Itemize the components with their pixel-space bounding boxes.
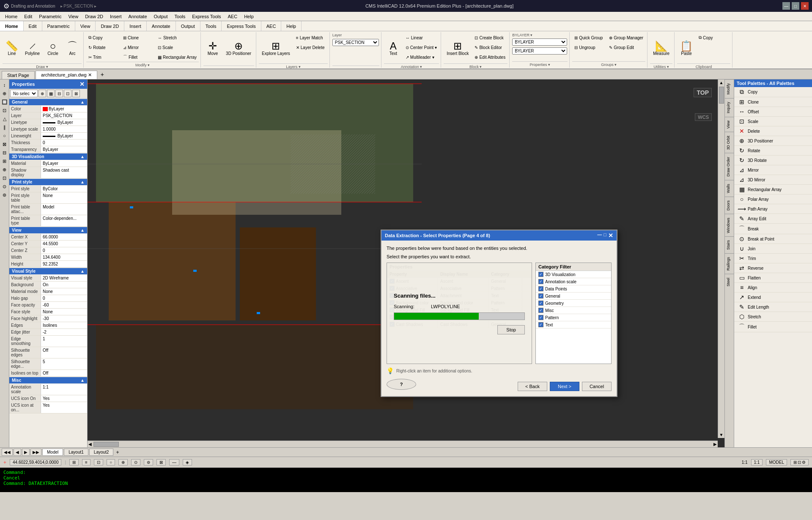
ribbon-tab-insert[interactable]: Insert [124, 21, 147, 31]
canvas-area[interactable]: TOP WCS Data Extraction - Select Propert… [88, 79, 724, 447]
ribbon-btn-ungroup[interactable]: ⊟ Ungroup [572, 43, 606, 52]
props-tool-5[interactable]: ⊠ [72, 90, 80, 97]
scroll-right-arrow[interactable]: ▶ [713, 441, 718, 447]
menu-home[interactable]: Home [2, 13, 21, 20]
scroll-down-arrow[interactable]: ▼ [719, 432, 724, 438]
tp-breakatpoint[interactable]: ⊙ Break at Point [734, 234, 812, 244]
props-tool-1[interactable]: ⊕ [38, 90, 46, 97]
checkbox-3dvis[interactable]: ✓ [538, 272, 543, 277]
settings-icon[interactable]: ⚙ [802, 460, 806, 465]
tp-3dmirror[interactable]: ⊿ 3D Mirror [734, 175, 812, 185]
left-icon-5[interactable]: △ [1, 115, 8, 123]
left-icon-4[interactable]: ⊡ [1, 107, 8, 114]
left-icon-11[interactable]: ⊕ [1, 166, 8, 173]
tp-copy[interactable]: ⧉ Copy [734, 87, 812, 97]
checkbox-geometry[interactable]: ✓ [538, 301, 543, 306]
snap-toggle[interactable]: ⊞ [69, 459, 79, 465]
tp-stretch[interactable]: ⬡ Stretch [734, 312, 812, 322]
doctab-add-button[interactable]: + [98, 70, 107, 79]
menu-view[interactable]: View [65, 13, 82, 20]
ribbon-btn-rect-array[interactable]: ▦ Rectangular Array [156, 52, 199, 62]
cancel-button[interactable]: Cancel [582, 382, 612, 391]
vtab-stairs[interactable]: Stairs [725, 236, 734, 253]
left-icon-2[interactable]: ⊕ [1, 90, 8, 97]
ribbon-btn-block-editor[interactable]: ✎ Block Editor [472, 43, 508, 52]
hardware-accel-icon[interactable]: ⊞ [793, 460, 797, 465]
vtab-view[interactable]: View [725, 117, 734, 132]
tp-join[interactable]: ∪ Join [734, 244, 812, 254]
vtab-steel[interactable]: Steel [725, 274, 734, 290]
checkbox-misc[interactable]: ✓ [538, 308, 543, 313]
doctab-start[interactable]: Start Page [2, 71, 35, 79]
tp-trim[interactable]: ✂ Trim [734, 254, 812, 263]
ribbon-tab-help[interactable]: Help [281, 21, 302, 31]
tp-reverse[interactable]: ⇄ Reverse [734, 263, 812, 273]
tp-delete[interactable]: ✕ Delete [734, 126, 812, 136]
lineweight-toggle[interactable]: — [169, 459, 179, 465]
ribbon-btn-quick-group[interactable]: ⊞ Quick Group [572, 33, 606, 42]
close-button[interactable]: ✕ [801, 2, 809, 10]
btab-layout1[interactable]: Layout1 [64, 449, 88, 456]
color-dropdown[interactable]: BYLAYER [512, 38, 567, 46]
polar-toggle[interactable]: ○ [107, 459, 115, 465]
vtab-walls[interactable]: Walls [725, 180, 734, 197]
ducs-toggle[interactable]: ⊚ [144, 459, 153, 465]
menu-parametric[interactable]: Parametric [36, 13, 65, 20]
tp-rectarray[interactable]: ▦ Rectangular Array [734, 185, 812, 194]
props-section-view[interactable]: View▲ [9, 227, 87, 233]
props-section-visualstyle[interactable]: Visual Style▲ [9, 268, 87, 274]
minimize-button[interactable]: — [782, 2, 790, 10]
ribbon-btn-explore-layers[interactable]: ⊞ Explore Layers [259, 33, 293, 63]
ribbon-btn-layer-delete[interactable]: ✕ Layer Delete [294, 43, 328, 52]
vtab-3dorbit[interactable]: 3D Orbit [725, 132, 734, 153]
ribbon-tab-aec[interactable]: AEC [261, 21, 282, 31]
menu-tools[interactable]: Tools [171, 13, 189, 20]
left-icon-3[interactable]: 🔲 [1, 98, 8, 106]
dynmode-toggle[interactable]: ⊠ [156, 459, 166, 465]
props-section-general[interactable]: General▲ [9, 99, 87, 105]
scrollbar-vertical[interactable]: ▲ ▼ [718, 79, 724, 438]
ribbon-btn-measure[interactable]: 📐 Measure [650, 33, 672, 63]
tp-scale[interactable]: ⊡ Scale [734, 117, 812, 126]
ribbon-btn-text[interactable]: A Text [384, 33, 403, 63]
props-tool-4[interactable]: ⊡ [64, 90, 71, 97]
checkbox-text[interactable]: ✓ [538, 322, 543, 327]
scroll-up-arrow[interactable]: ▲ [719, 79, 724, 86]
props-section-misc[interactable]: Misc▲ [9, 377, 87, 383]
checkbox-pattern[interactable]: ✓ [538, 315, 543, 320]
left-icon-1[interactable]: ↕ [1, 81, 8, 89]
layer-dropdown[interactable]: PSK_SECTION [332, 39, 379, 46]
menu-expresstools[interactable]: Express Tools [189, 13, 224, 20]
ribbon-btn-group-edit[interactable]: ✎ Group Edit [607, 43, 645, 52]
left-icon-14[interactable]: ⊚ [1, 191, 8, 199]
ribbon-btn-multileader[interactable]: ↗ Multileader ▾ [403, 52, 439, 62]
props-tool-2[interactable]: ▦ [47, 90, 55, 97]
left-icon-7[interactable]: ○ [1, 132, 8, 140]
ribbon-btn-create-block[interactable]: ⊡ Create Block [472, 33, 508, 42]
cleanscreen-icon[interactable]: ⊡ [798, 460, 801, 465]
btab-model[interactable]: Model [42, 449, 63, 456]
ribbon-btn-arc[interactable]: ⌒ Arc [63, 33, 82, 63]
menu-help[interactable]: Help [241, 13, 257, 20]
props-tool-3[interactable]: ⊟ [55, 90, 63, 97]
dialog-minimize-icon[interactable]: — [597, 232, 602, 239]
left-icon-8[interactable]: ⊠ [1, 140, 8, 148]
ribbon-btn-paste[interactable]: 📋 Paste [677, 33, 696, 63]
scrollbar-horizontal[interactable]: ◀ ▶ [88, 441, 718, 447]
ribbon-btn-mirror[interactable]: ⊿ Mirror [121, 43, 155, 52]
tp-break[interactable]: ⌒ Break [734, 224, 812, 234]
ribbon-btn-copy[interactable]: ⧉ Copy [86, 33, 120, 42]
doctab-arch[interactable]: architecture_plan.dwg ✕ [36, 71, 97, 79]
ribbon-btn-insert-block[interactable]: ⊞ Insert Block [444, 33, 472, 63]
tp-offset[interactable]: ↔ Offset [734, 107, 812, 117]
ribbon-btn-fillet[interactable]: ⌒ Fillet [121, 52, 155, 62]
menu-insert[interactable]: Insert [107, 13, 125, 20]
entity-selector[interactable]: No selec [10, 90, 38, 97]
ribbon-btn-edit-attributes[interactable]: ⊕ Edit Attributes [472, 52, 508, 62]
ribbon-btn-move[interactable]: ✛ Move [203, 33, 222, 63]
tp-clone[interactable]: ⊞ Clone [734, 97, 812, 107]
vtab-windows[interactable]: Windows [725, 214, 734, 237]
menu-annotate[interactable]: Annotate [125, 13, 150, 20]
ribbon-btn-3d-positioner[interactable]: ⊕ 3D Positioner [223, 33, 254, 63]
tp-arrayedit[interactable]: ✎ Array Edit [734, 214, 812, 224]
